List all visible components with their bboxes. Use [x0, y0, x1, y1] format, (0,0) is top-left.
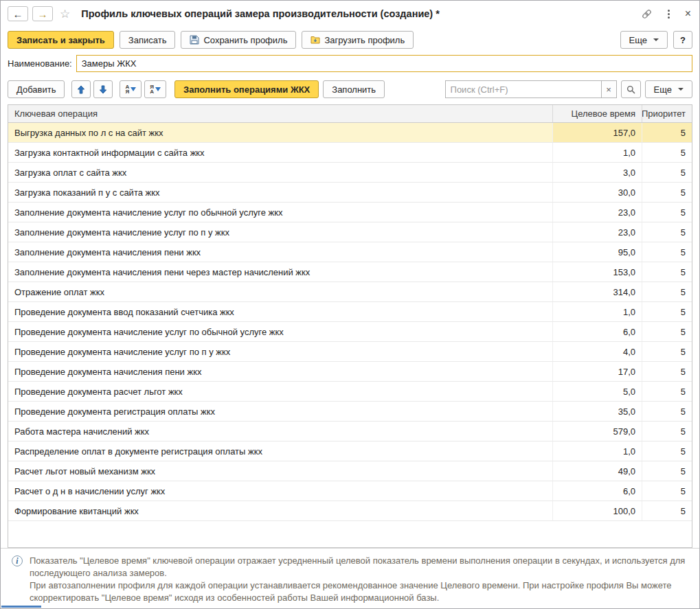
- column-header-priority[interactable]: Приоритет: [642, 105, 692, 122]
- fill-button[interactable]: Заполнить: [323, 80, 385, 98]
- back-arrow-icon: ←: [13, 9, 23, 19]
- column-header-target-time[interactable]: Целевое время: [553, 105, 642, 122]
- load-profile-icon: [311, 35, 320, 45]
- table-row[interactable]: Проведение документа начисление услуг по…: [8, 342, 692, 362]
- fill-zhkh-operations-button[interactable]: Заполнить операциями ЖКХ: [174, 80, 319, 98]
- table-row[interactable]: Выгрузка данных по л с на сайт жкх157,05: [8, 123, 692, 143]
- cell-target-time: 157,0: [553, 123, 642, 142]
- cell-target-time: 314,0: [553, 282, 642, 301]
- main-toolbar: Записать и закрыть Записать Сохранить пр…: [1, 27, 699, 54]
- kebab-menu-icon[interactable]: [664, 8, 674, 20]
- table-row[interactable]: Проведение документа начисления пени жкх…: [8, 362, 692, 382]
- search-input[interactable]: [445, 80, 601, 98]
- cell-operation: Формирование квитанций жкх: [8, 501, 553, 520]
- cell-target-time: 5,0: [553, 382, 642, 401]
- sort-buttons-group: АЯ ЯА: [120, 80, 166, 98]
- footer-hint: i Показатель "Целевое время" ключевой оп…: [1, 548, 699, 609]
- table-row[interactable]: Заполнение документа начисление услуг по…: [8, 203, 692, 222]
- table-row[interactable]: Проведение документа расчет льгот жкх5,0…: [8, 382, 692, 402]
- floppy-disk-icon: [190, 35, 199, 45]
- cell-priority: 5: [642, 242, 692, 262]
- table-row[interactable]: Проведение документа регистрация оплаты …: [8, 402, 692, 422]
- close-icon[interactable]: ×: [685, 8, 691, 19]
- cell-priority: 5: [642, 322, 692, 341]
- cell-target-time: 6,0: [553, 481, 642, 501]
- forward-arrow-icon: →: [38, 9, 48, 19]
- table-row[interactable]: Проведение документа начисление услуг по…: [8, 322, 692, 342]
- cell-priority: 5: [642, 461, 692, 481]
- table-row[interactable]: Распределение оплат в документе регистра…: [8, 441, 692, 461]
- table-row[interactable]: Заполнение документа начисления пени чер…: [8, 262, 692, 282]
- cell-target-time: 95,0: [553, 242, 642, 262]
- cell-target-time: 579,0: [553, 422, 642, 441]
- cell-operation: Расчет о д н в начислении услуг жкх: [8, 481, 553, 501]
- footer-paragraph: Показатель "Целевое время" ключевой опер…: [30, 555, 690, 579]
- table-row[interactable]: Проведение документа ввод показаний счет…: [8, 302, 692, 322]
- cell-operation: Проведение документа ввод показаний счет…: [8, 302, 553, 321]
- move-up-button[interactable]: [71, 80, 91, 98]
- cell-target-time: 4,0: [553, 342, 642, 361]
- app-window: ← → ☆ Профиль ключевых операций замера п…: [0, 0, 700, 609]
- cell-priority: 5: [642, 302, 692, 321]
- cell-priority: 5: [642, 422, 692, 441]
- cell-operation: Загрузка показаний п у с сайта жкх: [8, 183, 553, 202]
- clear-x-icon: ×: [606, 84, 611, 95]
- cell-operation: Расчет льгот новый механизм жкх: [8, 461, 553, 481]
- table-toolbar: Добавить АЯ ЯА: [1, 77, 699, 103]
- cell-target-time: 6,0: [553, 322, 642, 341]
- name-field-label: Наименование:: [8, 58, 72, 69]
- cell-target-time: 1,0: [553, 143, 642, 162]
- magnifier-icon: [626, 85, 635, 94]
- save-button[interactable]: Записать: [120, 31, 176, 49]
- table-row[interactable]: Заполнение документа начисление услуг по…: [8, 222, 692, 242]
- forward-button[interactable]: →: [32, 6, 53, 21]
- move-down-button[interactable]: [93, 80, 113, 98]
- save-profile-button[interactable]: Сохранить профиль: [181, 31, 296, 49]
- column-header-operation[interactable]: Ключевая операция: [8, 105, 553, 122]
- search-clear-button[interactable]: ×: [601, 80, 617, 98]
- cell-operation: Загрузка контактной информации с сайта ж…: [8, 143, 553, 162]
- cell-priority: 5: [642, 481, 692, 501]
- cell-operation: Заполнение документа начисления пени чер…: [8, 262, 553, 281]
- favorite-star-icon[interactable]: ☆: [60, 7, 70, 21]
- cell-priority: 5: [642, 342, 692, 361]
- table-row[interactable]: Формирование квитанций жкх100,05: [8, 501, 692, 521]
- load-profile-button[interactable]: Загрузить профиль: [302, 31, 414, 49]
- table-row[interactable]: Расчет льгот новый механизм жкх49,05: [8, 461, 692, 481]
- cell-operation: Заполнение документа начисление услуг по…: [8, 203, 553, 222]
- cell-priority: 5: [642, 262, 692, 281]
- cell-operation: Работа мастера начислений жкх: [8, 422, 553, 441]
- table-row[interactable]: Заполнение документа начисления пени жкх…: [8, 242, 692, 262]
- name-input[interactable]: [76, 55, 692, 72]
- cell-priority: 5: [642, 282, 692, 301]
- save-and-close-button[interactable]: Записать и закрыть: [8, 31, 114, 49]
- table-row[interactable]: Загрузка оплат с сайта жкх3,05: [8, 163, 692, 183]
- sort-descending-button[interactable]: ЯА: [144, 80, 166, 98]
- cell-priority: 5: [642, 183, 692, 202]
- search-button[interactable]: [621, 80, 641, 98]
- footer-paragraph: При автозаполнении профиля для каждой оп…: [30, 579, 690, 604]
- cell-target-time: 23,0: [553, 203, 642, 222]
- cell-operation: Загрузка оплат с сайта жкх: [8, 163, 553, 182]
- more-button[interactable]: Еще: [620, 31, 668, 49]
- cell-priority: 5: [642, 501, 692, 520]
- cell-operation: Отражение оплат жкх: [8, 282, 553, 301]
- info-icon: i: [12, 555, 23, 566]
- add-button[interactable]: Добавить: [8, 80, 65, 98]
- table-row[interactable]: Отражение оплат жкх314,05: [8, 282, 692, 302]
- table-header: Ключевая операция Целевое время Приорите…: [8, 105, 692, 123]
- arrow-down-icon: [99, 85, 107, 94]
- table-row[interactable]: Расчет о д н в начислении услуг жкх6,05: [8, 481, 692, 501]
- cell-priority: 5: [642, 382, 692, 401]
- back-button[interactable]: ←: [8, 6, 28, 21]
- cell-operation: Проведение документа начисление услуг по…: [8, 342, 553, 361]
- table-more-button[interactable]: Еще: [645, 80, 692, 98]
- sort-ascending-button[interactable]: АЯ: [120, 80, 142, 98]
- cell-target-time: 35,0: [553, 402, 642, 421]
- table-row[interactable]: Работа мастера начислений жкх579,05: [8, 422, 692, 441]
- link-icon[interactable]: [641, 8, 653, 20]
- help-button[interactable]: ?: [673, 31, 692, 49]
- table-row[interactable]: Загрузка показаний п у с сайта жкх30,05: [8, 183, 692, 203]
- table-row[interactable]: Загрузка контактной информации с сайта ж…: [8, 143, 692, 163]
- cell-operation: Проведение документа начисление услуг по…: [8, 322, 553, 341]
